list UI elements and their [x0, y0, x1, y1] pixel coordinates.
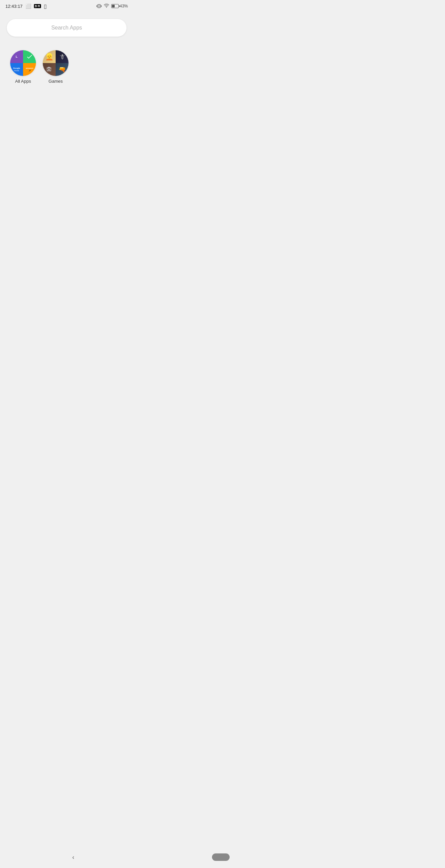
- games-q2: 🗡: [56, 50, 69, 63]
- vibrate-icon: [96, 4, 102, 8]
- all-apps-item[interactable]: L Google music amazon ↗ All Apps: [10, 50, 36, 84]
- search-placeholder: Search Apps: [51, 25, 82, 31]
- wifi-icon: [104, 4, 109, 8]
- all-apps-q4: amazon ↗: [23, 63, 36, 76]
- games-q4: 🔫: [56, 63, 69, 76]
- games-cluster[interactable]: 👱 🗡 🏚 🔫: [43, 50, 69, 76]
- games-q3: 🏚: [43, 63, 56, 76]
- br-badge: B·R: [34, 4, 41, 8]
- all-apps-q3: Google music: [10, 63, 23, 76]
- all-apps-label: All Apps: [15, 79, 31, 84]
- battery-percent: 43%: [120, 4, 128, 8]
- all-apps-cluster[interactable]: L Google music amazon ↗: [10, 50, 36, 76]
- status-left: 12:43:17 ⬜ B·R ▯: [5, 3, 47, 9]
- all-apps-q2: [23, 50, 36, 63]
- games-item[interactable]: 👱 🗡 🏚 🔫 Games: [43, 50, 69, 84]
- games-q1: 👱: [43, 50, 56, 63]
- battery-fill: [112, 5, 115, 7]
- svg-rect-1: [98, 5, 100, 7]
- all-apps-q1: L: [10, 50, 23, 63]
- status-right: 43%: [96, 4, 128, 8]
- battery-device-icon: ▯: [44, 3, 47, 9]
- status-bar: 12:43:17 ⬜ B·R ▯ 43%: [0, 0, 133, 12]
- battery-container: 43%: [111, 4, 128, 8]
- search-bar[interactable]: Search Apps: [7, 19, 127, 37]
- games-label: Games: [49, 79, 63, 84]
- app-grid: L Google music amazon ↗ All Apps 👱: [0, 40, 133, 91]
- search-container: Search Apps: [0, 12, 133, 40]
- battery-icon: [111, 4, 119, 8]
- status-time: 12:43:17: [5, 4, 23, 9]
- screen-icon: ⬜: [25, 3, 31, 9]
